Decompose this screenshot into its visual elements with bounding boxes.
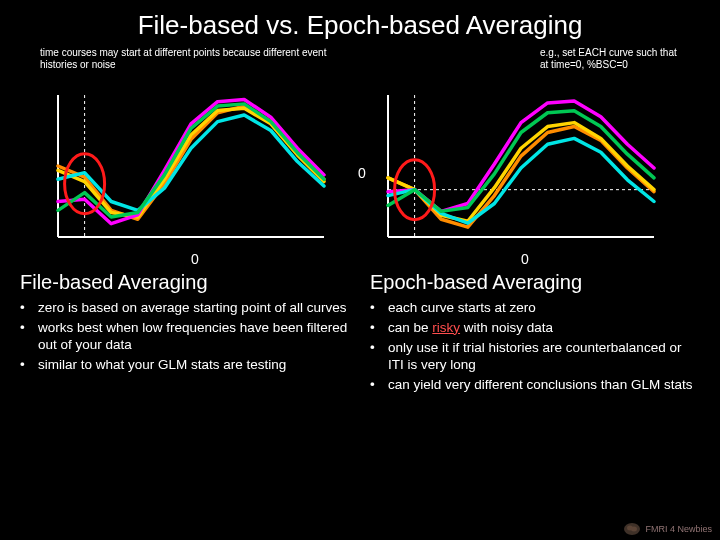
bullet-text: each curve starts at zero	[388, 300, 536, 317]
bullet-item: •each curve starts at zero	[370, 300, 700, 317]
bullet-item: •can be risky with noisy data	[370, 320, 700, 337]
bullet-dot: •	[370, 300, 388, 317]
left-x-zero-label: 0	[40, 251, 350, 267]
right-chart-column: e.g., set EACH curve such that at time=0…	[370, 47, 680, 267]
charts-row: time courses may start at different poin…	[0, 47, 720, 267]
logo-text: FMRI 4 Newbies	[645, 524, 712, 534]
risky-word: risky	[432, 320, 460, 335]
left-bullets: •zero is based on average starting point…	[20, 300, 350, 374]
bullet-dot: •	[370, 340, 388, 374]
right-y-zero-label: 0	[358, 165, 366, 181]
slide-title: File-based vs. Epoch-based Averaging	[0, 0, 720, 47]
bullet-item: •only use it if trial histories are coun…	[370, 340, 700, 374]
bullet-text: works best when low frequencies have bee…	[38, 320, 350, 354]
brain-icon	[623, 522, 641, 536]
right-text-col: Epoch-based Averaging •each curve starts…	[370, 271, 700, 396]
bullet-dot: •	[20, 320, 38, 354]
svg-point-11	[631, 527, 637, 532]
right-col-title: Epoch-based Averaging	[370, 271, 700, 294]
text-columns: File-based Averaging •zero is based on a…	[0, 267, 720, 396]
bullet-text: can be risky with noisy data	[388, 320, 553, 337]
right-chart-note: e.g., set EACH curve such that at time=0…	[370, 47, 680, 85]
bullet-text: similar to what your GLM stats are testi…	[38, 357, 286, 374]
left-text-col: File-based Averaging •zero is based on a…	[20, 271, 350, 396]
footer-logo: FMRI 4 Newbies	[623, 522, 712, 536]
left-chart-note: time courses may start at different poin…	[40, 47, 350, 85]
bullet-item: •can yield very different conclusions th…	[370, 377, 700, 394]
bullet-text: zero is based on average starting point …	[38, 300, 346, 317]
bullet-dot: •	[20, 357, 38, 374]
right-bullets: •each curve starts at zero•can be risky …	[370, 300, 700, 393]
right-chart	[370, 89, 660, 249]
bullet-dot: •	[20, 300, 38, 317]
left-chart	[40, 89, 330, 249]
bullet-text: only use it if trial histories are count…	[388, 340, 700, 374]
bullet-dot: •	[370, 377, 388, 394]
right-x-zero-label: 0	[370, 251, 680, 267]
bullet-dot: •	[370, 320, 388, 337]
bullet-item: •zero is based on average starting point…	[20, 300, 350, 317]
bullet-item: •works best when low frequencies have be…	[20, 320, 350, 354]
bullet-item: •similar to what your GLM stats are test…	[20, 357, 350, 374]
left-col-title: File-based Averaging	[20, 271, 350, 294]
bullet-text: can yield very different conclusions tha…	[388, 377, 692, 394]
left-chart-column: time courses may start at different poin…	[40, 47, 350, 267]
